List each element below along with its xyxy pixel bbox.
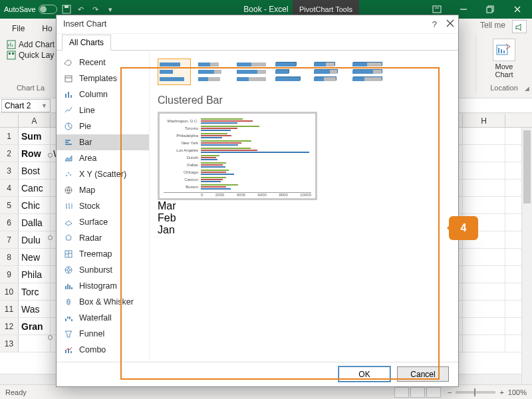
tab-all-charts[interactable]: All Charts (62, 35, 111, 51)
help-button[interactable]: ? (432, 19, 437, 29)
chart-category-x-y-scatter-[interactable]: X Y (Scatter) (57, 166, 149, 182)
dialog-close-button[interactable] (446, 19, 454, 29)
row-header[interactable]: 7 (0, 231, 19, 248)
chart-category-line[interactable]: Line (57, 102, 149, 118)
col-header-h[interactable]: H (463, 114, 505, 127)
cell[interactable] (463, 180, 505, 196)
chart-category-treemap[interactable]: Treemap (57, 246, 149, 262)
bar-subtype-4[interactable] (273, 59, 307, 85)
share-button[interactable] (512, 20, 527, 33)
chart-category-surface[interactable]: Surface (57, 214, 149, 230)
chart-category-pie[interactable]: Pie (57, 118, 149, 134)
chart-category-column[interactable]: Column (57, 86, 149, 102)
bar-subtype-3[interactable] (235, 59, 268, 85)
chart-category-stock[interactable]: Stock (57, 198, 149, 214)
cell[interactable] (463, 128, 505, 144)
vertical-scrollbar[interactable] (521, 128, 532, 384)
zoom-slider[interactable] (456, 391, 495, 394)
cancel-button[interactable]: Cancel (397, 366, 449, 382)
chart-preview[interactable]: Washington, D.C.TorontoPhiladelphiaNew Y… (158, 112, 317, 200)
resize-handle-icon[interactable] (48, 153, 53, 158)
row-header[interactable]: 4 (0, 180, 19, 196)
cell[interactable]: Torc (19, 283, 51, 300)
qat-customize-icon[interactable]: ▾ (105, 4, 116, 15)
zoom-in-button[interactable]: + (499, 388, 503, 396)
cell[interactable]: Canc (19, 180, 51, 196)
cell[interactable] (463, 266, 505, 283)
row-header[interactable]: 3 (0, 162, 19, 179)
select-all-corner[interactable] (0, 114, 19, 127)
chart-category-area[interactable]: Area (57, 150, 149, 166)
cell[interactable]: Bost (19, 162, 51, 179)
cell[interactable]: New (19, 249, 51, 265)
chart-category-bar[interactable]: Bar (57, 134, 149, 150)
page-layout-view-button[interactable] (410, 387, 425, 398)
tell-me-search[interactable]: Tell me (480, 21, 505, 30)
cell[interactable]: Gran (19, 318, 51, 334)
close-button[interactable] (502, 0, 532, 19)
undo-icon[interactable]: ↶ (76, 4, 86, 15)
chart-category-recent[interactable]: Recent (57, 55, 149, 70)
cell[interactable] (463, 335, 505, 352)
chart-category-sunburst[interactable]: Sunburst (57, 262, 149, 278)
resize-handle-icon[interactable] (48, 235, 53, 240)
cell[interactable]: Dulu (19, 231, 51, 248)
cell[interactable]: Was (19, 301, 51, 317)
cell[interactable]: Sum (19, 128, 51, 144)
cell[interactable]: Phila (19, 266, 51, 283)
row-header[interactable]: 12 (0, 318, 19, 334)
row-header[interactable]: 8 (0, 249, 19, 265)
dialog-launcher-icon[interactable]: ◢ (525, 85, 529, 92)
cell[interactable] (463, 318, 505, 334)
tab-file[interactable]: File (8, 21, 29, 35)
row-header[interactable]: 10 (0, 283, 19, 300)
add-chart-element-button[interactable]: Add Chart (7, 40, 55, 49)
row-header[interactable]: 2 (0, 145, 19, 162)
cell[interactable] (463, 145, 505, 162)
embedded-chart-selection[interactable] (51, 156, 55, 342)
chart-category-map[interactable]: Map (57, 182, 149, 198)
bar-subtype-5[interactable] (312, 59, 345, 85)
col-header-a[interactable]: A (19, 114, 51, 127)
chart-category-combo[interactable]: Combo (57, 342, 149, 358)
save-icon[interactable] (61, 4, 72, 15)
ok-button[interactable]: OK (338, 366, 390, 382)
chart-category-histogram[interactable]: Histogram (57, 278, 149, 294)
resize-handle-icon[interactable] (48, 335, 53, 340)
row-header[interactable]: 11 (0, 301, 19, 317)
row-header[interactable]: 1 (0, 128, 19, 144)
scrollbar-thumb[interactable] (523, 130, 531, 203)
bar-subtype-1[interactable] (158, 59, 191, 85)
restore-button[interactable] (478, 0, 502, 19)
cell[interactable] (463, 162, 505, 179)
cell[interactable] (463, 249, 505, 265)
cell[interactable]: Row (19, 145, 51, 162)
cell[interactable] (463, 197, 505, 213)
row-header[interactable]: 6 (0, 214, 19, 231)
bar-subtype-2[interactable] (196, 59, 229, 85)
row-header[interactable]: 13 (0, 335, 19, 352)
cell[interactable]: Dalla (19, 214, 51, 231)
bar-subtype-6[interactable] (350, 59, 384, 85)
cell[interactable] (19, 335, 51, 352)
page-break-view-button[interactable] (426, 387, 441, 398)
redo-icon[interactable]: ↷ (90, 4, 101, 15)
chart-category-waterfall[interactable]: Waterfall (57, 310, 149, 326)
row-header[interactable]: 5 (0, 197, 19, 213)
autosave-toggle[interactable]: AutoSave (4, 5, 57, 14)
zoom-level[interactable]: 100% (508, 388, 527, 396)
zoom-out-button[interactable]: − (448, 388, 452, 396)
chart-category-radar[interactable]: Radar (57, 230, 149, 246)
chart-category-box-whisker[interactable]: Box & Whisker (57, 294, 149, 310)
move-chart-icon[interactable] (493, 39, 515, 61)
chart-category-funnel[interactable]: Funnel (57, 326, 149, 342)
name-box[interactable]: Chart 2 ▼ (1, 99, 51, 112)
chart-category-templates[interactable]: Templates (57, 70, 149, 86)
row-header[interactable]: 9 (0, 266, 19, 283)
cell[interactable]: Chic (19, 197, 51, 213)
tab-home[interactable]: Ho (38, 21, 56, 35)
quick-layout-button[interactable]: Quick Lay (7, 51, 55, 60)
cell[interactable] (463, 301, 505, 317)
cell[interactable] (463, 283, 505, 300)
normal-view-button[interactable] (394, 387, 409, 398)
